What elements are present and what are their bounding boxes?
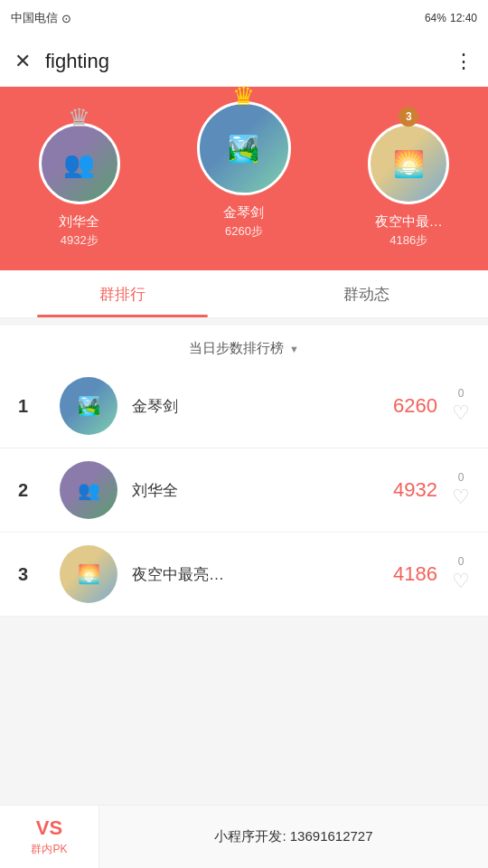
rank-2-steps: 4932步 bbox=[61, 232, 99, 249]
sort-arrow-icon[interactable]: ▼ bbox=[289, 344, 299, 354]
top-ranking-banner: ♛ 👥 刘华全 4932步 ♛ 🏞️ 金琴剑 6260步 3 🌅 夜空中最… 4… bbox=[0, 87, 488, 270]
pk-logo-text: VS bbox=[36, 816, 62, 840]
rank-1-list-name: 金琴剑 bbox=[132, 396, 393, 417]
battery-info: 64% bbox=[425, 12, 446, 24]
rank-number-1: 1 bbox=[18, 396, 45, 417]
rank-1-list-steps: 6260 bbox=[393, 394, 437, 418]
rank-2-avatar: 👥 bbox=[39, 123, 120, 204]
rank-3-user: 3 🌅 夜空中最… 4186步 bbox=[368, 123, 449, 249]
close-button[interactable]: ✕ bbox=[14, 50, 31, 73]
rank-item-3: 3 🌅 夜空中最亮… 4186 0 ♡ bbox=[0, 533, 488, 617]
list-header: 当日步数排行榜 ▼ bbox=[0, 326, 488, 364]
rank-2-like-col: 0 ♡ bbox=[452, 471, 470, 509]
rank-1-like-col: 0 ♡ bbox=[452, 387, 470, 425]
rank-3-like-col: 0 ♡ bbox=[452, 555, 470, 593]
list-header-text: 当日步数排行榜 bbox=[189, 340, 284, 357]
rank-1-list-avatar: 🏞️ bbox=[60, 377, 117, 435]
rank-3-avatar: 🌅 bbox=[368, 123, 449, 204]
rank-1-user: ♛ 🏞️ 金琴剑 6260步 bbox=[197, 101, 291, 240]
rank-3-name: 夜空中最… bbox=[375, 213, 443, 231]
tab-group-rank[interactable]: 群排行 bbox=[0, 270, 244, 317]
rank-1-like-button[interactable]: ♡ bbox=[452, 401, 470, 425]
rank-number-2: 2 bbox=[18, 480, 45, 501]
rank-1-like-count: 0 bbox=[458, 387, 465, 400]
rank-number-3: 3 bbox=[18, 564, 45, 585]
rank-2-user: ♛ 👥 刘华全 4932步 bbox=[39, 123, 120, 249]
carrier-name: 中国电信 bbox=[11, 10, 58, 26]
rank-1-name: 金琴剑 bbox=[223, 204, 264, 222]
rank-3-list-steps: 4186 bbox=[393, 562, 437, 586]
bronze-rank-badge: 3 bbox=[399, 107, 418, 127]
rank-1-avatar: 🏞️ bbox=[197, 101, 291, 195]
rank-2-crown-wrap: ♛ 👥 bbox=[39, 123, 120, 204]
rank-3-like-count: 0 bbox=[458, 555, 465, 568]
rank-2-name: 刘华全 bbox=[59, 213, 99, 231]
gold-crown-icon: ♛ bbox=[232, 81, 255, 111]
carrier-signal: ⊙ bbox=[61, 12, 71, 25]
tab-group-feed[interactable]: 群动态 bbox=[244, 270, 488, 317]
rank-3-like-button[interactable]: ♡ bbox=[452, 570, 470, 593]
silver-crown-icon: ♛ bbox=[68, 103, 90, 133]
rank-3-list-name: 夜空中最亮… bbox=[132, 564, 393, 585]
rank-3-list-avatar: 🌅 bbox=[60, 545, 117, 603]
pk-label-text: 群内PK bbox=[31, 842, 67, 857]
rank-item-1: 1 🏞️ 金琴剑 6260 0 ♡ bbox=[0, 364, 488, 448]
rank-2-like-button[interactable]: ♡ bbox=[452, 486, 470, 509]
system-status: 64% 12:40 bbox=[425, 12, 477, 24]
time-display: 12:40 bbox=[450, 12, 477, 24]
more-options-button[interactable]: ⋮ bbox=[454, 50, 474, 73]
page-title: fighting bbox=[45, 50, 454, 73]
rank-2-list-steps: 4932 bbox=[393, 478, 437, 502]
rank-2-like-count: 0 bbox=[458, 471, 465, 484]
carrier-info: 中国电信 ⊙ bbox=[11, 10, 71, 26]
dev-notice: 小程序开发: 13691612727 bbox=[99, 806, 488, 868]
rank-1-steps: 6260步 bbox=[225, 223, 263, 240]
title-bar: ✕ fighting ⋮ bbox=[0, 36, 488, 87]
rank-item-2: 2 👥 刘华全 4932 0 ♡ bbox=[0, 448, 488, 533]
dev-notice-text: 小程序开发: 13691612727 bbox=[214, 828, 372, 845]
rank-2-list-name: 刘华全 bbox=[132, 480, 393, 501]
status-bar: 中国电信 ⊙ 64% 12:40 bbox=[0, 0, 488, 36]
rank-1-crown-wrap: ♛ 🏞️ bbox=[197, 101, 291, 195]
rank-3-steps: 4186步 bbox=[389, 232, 427, 249]
pk-button[interactable]: VS 群内PK bbox=[0, 806, 99, 869]
rank-list-section: 当日步数排行榜 ▼ 1 🏞️ 金琴剑 6260 0 ♡ 2 👥 刘华全 4932… bbox=[0, 326, 488, 617]
rank-2-list-avatar: 👥 bbox=[60, 461, 117, 519]
bottom-bar: VS 群内PK 小程序开发: 13691612727 bbox=[0, 805, 488, 868]
rank-3-crown-wrap: 3 🌅 bbox=[368, 123, 449, 204]
tab-bar: 群排行 群动态 bbox=[0, 270, 488, 318]
